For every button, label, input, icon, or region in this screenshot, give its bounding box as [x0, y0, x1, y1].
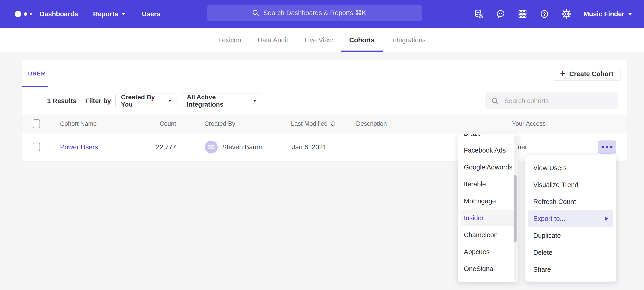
select-all-checkbox[interactable]: [33, 119, 40, 128]
created-by-value: Steven Baum: [222, 143, 262, 151]
row-context-menu: View Users Visualize Trend Refresh Count…: [525, 155, 616, 282]
chevron-down-icon: [628, 13, 632, 15]
apps-grid-icon[interactable]: [518, 9, 527, 19]
menu-item-label: Export to...: [533, 215, 565, 223]
menu-item-visualize-trend[interactable]: Visualize Trend: [528, 176, 613, 193]
column-cohort-name[interactable]: Cohort Name: [60, 120, 97, 127]
menu-item-label: Visualize Trend: [533, 181, 578, 189]
svg-text:?: ?: [543, 11, 546, 17]
menu-item-share[interactable]: Share: [528, 261, 613, 278]
scrollbar-thumb[interactable]: [514, 175, 516, 242]
tab-integrations[interactable]: Integrations: [383, 28, 434, 52]
column-count[interactable]: Count: [132, 120, 176, 127]
logo-dot: [24, 12, 27, 16]
search-icon: [252, 9, 260, 17]
table-header: Cohort Name Count Created By Last Modifi…: [22, 115, 627, 133]
cohort-count: 22,777: [132, 143, 176, 151]
column-description[interactable]: Description: [356, 120, 387, 127]
data-management-icon[interactable]: [474, 9, 484, 19]
workspace-switcher[interactable]: Music Finder: [584, 10, 632, 18]
search-icon: [491, 97, 499, 105]
tab-lexicon[interactable]: Lexicon: [210, 28, 250, 52]
submenu-item-google-adwords[interactable]: Google Adwords: [461, 159, 514, 176]
submenu-item-iterable[interactable]: Iterable: [461, 176, 514, 193]
menu-item-label: Refresh Count: [533, 198, 576, 206]
workspace-name: Music Finder: [584, 10, 624, 18]
submenu-item-appcues[interactable]: Appcues: [461, 243, 514, 260]
secondary-nav: Lexicon Data Audit Live View Cohorts Int…: [0, 28, 644, 52]
chevron-down-icon: [168, 100, 172, 102]
nav-dashboards-label: Dashboards: [40, 10, 78, 18]
menu-item-label: Duplicate: [533, 232, 561, 239]
tab-data-audit[interactable]: Data Audit: [250, 28, 296, 52]
tab-live-view[interactable]: Live View: [296, 28, 341, 52]
cohort-search[interactable]: [485, 92, 618, 109]
global-search-input[interactable]: [264, 9, 378, 17]
plus-icon: +: [560, 69, 565, 78]
submenu-item-braze[interactable]: Braze: [461, 134, 514, 142]
submenu-item-chameleon[interactable]: Chameleon: [461, 226, 514, 243]
export-destinations-submenu: Braze Facebook Ads Google Adwords Iterab…: [458, 134, 518, 282]
nav-users[interactable]: Users: [142, 10, 160, 18]
more-icon: [606, 146, 608, 149]
created-by-filter-dropdown[interactable]: Created By You: [115, 94, 178, 108]
submenu-item-onesignal[interactable]: OneSignal: [461, 260, 514, 277]
tab-user-cohorts[interactable]: USER: [22, 60, 52, 87]
filter-by-label: Filter by: [85, 97, 111, 105]
menu-item-label: Delete: [533, 249, 552, 256]
column-last-modified-label: Last Modified: [291, 120, 328, 127]
create-cohort-label: Create Cohort: [569, 70, 614, 78]
filter-toolbar: 1 Results Filter by Created By You All A…: [22, 87, 627, 115]
feedback-icon[interactable]: [496, 9, 506, 19]
tab-cohorts[interactable]: Cohorts: [341, 28, 383, 52]
chevron-down-icon: [122, 13, 125, 15]
panel-tabstrip: USER + Create Cohort: [22, 60, 627, 87]
row-more-actions-button[interactable]: [598, 140, 616, 154]
cohort-name-link[interactable]: Power Users: [60, 143, 98, 151]
column-created-by[interactable]: Created By: [204, 120, 235, 127]
divider: [78, 94, 78, 107]
results-count: 1 Results: [47, 97, 76, 105]
submenu-item-facebook-ads[interactable]: Facebook Ads: [461, 142, 514, 159]
menu-item-duplicate[interactable]: Duplicate: [528, 227, 613, 244]
menu-item-view-users[interactable]: View Users: [528, 160, 613, 176]
cohort-search-input[interactable]: [504, 97, 602, 105]
more-icon: [602, 146, 604, 149]
created-by-filter-value: Created By You: [121, 94, 164, 108]
cohorts-panel: USER + Create Cohort 1 Results Filter by…: [22, 60, 627, 161]
help-icon[interactable]: ?: [540, 9, 549, 19]
logo-dot: [14, 11, 21, 17]
mixpanel-logo-icon[interactable]: [14, 11, 36, 17]
chevron-down-icon: [253, 100, 257, 102]
nav-reports-label: Reports: [93, 10, 118, 18]
menu-item-delete[interactable]: Delete: [528, 244, 613, 261]
menu-item-refresh-count[interactable]: Refresh Count: [528, 193, 613, 210]
submenu-item-moengage[interactable]: MoEngage: [461, 193, 514, 210]
submenu-arrow-icon: [605, 216, 608, 221]
sort-icon: [330, 120, 336, 127]
nav-reports[interactable]: Reports: [93, 10, 126, 18]
column-last-modified[interactable]: Last Modified: [291, 120, 336, 127]
last-modified-value: Jan 6, 2021: [292, 143, 326, 151]
column-your-access[interactable]: Your Access: [512, 120, 546, 127]
global-search[interactable]: [207, 5, 422, 21]
app-window: Dashboards Reports Users: [0, 0, 644, 290]
nav-dashboards[interactable]: Dashboards: [40, 10, 78, 18]
create-cohort-button[interactable]: + Create Cohort: [553, 67, 620, 81]
menu-item-export-to[interactable]: Export to...: [528, 210, 613, 227]
integrations-filter-dropdown[interactable]: All Active Integrations: [181, 94, 262, 108]
nav-users-label: Users: [142, 10, 160, 18]
menu-item-label: View Users: [533, 164, 566, 172]
avatar: SB: [205, 141, 218, 154]
menu-item-label: Share: [533, 266, 551, 273]
row-checkbox[interactable]: [33, 143, 40, 152]
logo-dot: [30, 13, 32, 15]
submenu-item-insider[interactable]: Insider: [461, 210, 514, 226]
integrations-filter-value: All Active Integrations: [187, 94, 248, 108]
more-icon: [610, 146, 612, 149]
settings-icon[interactable]: [562, 9, 571, 19]
top-navbar: Dashboards Reports Users: [0, 0, 644, 28]
